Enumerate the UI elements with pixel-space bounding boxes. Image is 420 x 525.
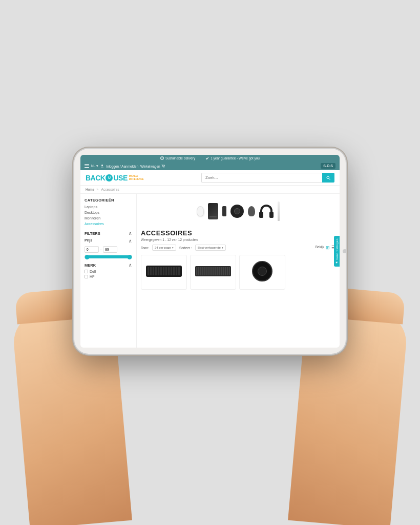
product-img-keyboard1 [145, 258, 183, 284]
top-bar: Sustainable delivery 1 year guarantee - … [80, 155, 340, 161]
svg-line-5 [329, 178, 330, 179]
breadcrumb: Home » Accessoires [80, 186, 340, 194]
product-grid [141, 255, 335, 290]
grid-controls: Toon: 24 per page ▾ Sorteer : Best verko… [141, 245, 335, 251]
header: BACK U USE MAKE ADIFFERENCE [80, 170, 340, 186]
hdd-shape [208, 203, 218, 219]
keyboard-shape-2 [195, 266, 231, 276]
products-count: Weergegeven 1 - 12 van 12 producten [141, 238, 335, 241]
checkbox-hp-box[interactable] [85, 275, 88, 278]
hero-stylus [278, 201, 280, 221]
product-img-keyboard2 [194, 258, 233, 284]
sort-select[interactable]: Best verkopende ▾ [195, 245, 226, 251]
checkbox-dell-label: Dell [90, 270, 96, 273]
filters-section: FILTERS ∧ Prijs ∧ - [85, 231, 132, 278]
merk-title: Merk [85, 263, 96, 268]
filters-toggle[interactable]: ∧ [129, 231, 132, 236]
sidebar: CATEGORIEËN Laptops Desktops Monitoren A… [80, 194, 137, 348]
price-inputs: - [85, 246, 132, 253]
price-filter-header: Prijs ∧ [85, 238, 132, 244]
stylus-shape [278, 201, 280, 221]
earbud-shape [197, 206, 204, 216]
view-label: Bekijk [316, 245, 324, 250]
hero-speaker [230, 205, 244, 218]
cart-link[interactable]: Winkelwagen [140, 164, 164, 168]
logo-tagline: MAKE ADIFFERENCE [129, 175, 144, 180]
sidebar-item-desktops[interactable]: Desktops [85, 211, 132, 214]
hero-hdd [208, 203, 218, 219]
logo[interactable]: BACK U USE MAKE ADIFFERENCE [86, 174, 144, 182]
svg-point-2 [162, 167, 163, 167]
range-fill [87, 255, 130, 258]
price-toggle[interactable]: ∧ [129, 238, 132, 244]
search-button[interactable] [322, 173, 334, 183]
price-filter: Prijs ∧ - [85, 238, 132, 258]
hamburger-menu[interactable] [85, 164, 89, 168]
price-label: Prijs [85, 238, 92, 242]
hero-earbud [197, 206, 204, 216]
logo-use: USE [113, 174, 127, 182]
product-card-keyboard2[interactable] [190, 255, 236, 290]
price-min-input[interactable] [85, 246, 99, 253]
nav-left: NL ▾ Inloggen / Aanmelden Winkelwagen [85, 164, 165, 168]
language-selector[interactable]: NL ▾ [91, 164, 98, 168]
svg-point-1 [101, 165, 103, 166]
checkbox-hp[interactable]: HP [85, 275, 132, 278]
nav-bar: NL ▾ Inloggen / Aanmelden Winkelwagen S.… [80, 161, 340, 170]
show-select[interactable]: 24 per page ▾ [152, 245, 176, 251]
search-bar [201, 173, 334, 183]
checkbox-dell[interactable]: Dell [85, 270, 132, 273]
merk-toggle[interactable]: ∧ [129, 262, 132, 268]
sidebar-item-laptops[interactable]: Laptops [85, 205, 132, 209]
breadcrumb-home[interactable]: Home [86, 188, 94, 191]
sidebar-item-accessoires[interactable]: Accessoires [85, 222, 132, 226]
grid-view-icon[interactable]: ⊞ [326, 245, 330, 250]
product-img-jabra [243, 258, 282, 284]
headphones-shape [259, 205, 274, 218]
merk-section: Merk ∧ Dell HP [85, 262, 132, 278]
breadcrumb-current: Accessoires [101, 188, 119, 191]
tablet: ★ beoordelingen Sustainable delivery 1 y… [74, 149, 346, 354]
keyboard-shape-1 [146, 266, 182, 277]
checkbox-dell-box[interactable] [85, 270, 88, 273]
sustainable-label: Sustainable delivery [160, 156, 195, 160]
filters-header: FILTERS ∧ [85, 231, 132, 236]
hero-strip [141, 197, 335, 225]
show-label: Toon: [141, 246, 149, 250]
svg-point-3 [163, 167, 164, 167]
product-card-jabra[interactable] [239, 255, 285, 290]
sidebar-item-monitoren[interactable]: Monitoren [85, 216, 132, 220]
logo-circle: U [106, 174, 113, 181]
product-content: ACCESSOIRES Weergegeven 1 - 12 van 12 pr… [137, 194, 340, 348]
guarantee-label: 1 year guarantee - We've got you [205, 156, 260, 160]
page-title: ACCESSOIRES [141, 229, 335, 237]
scene: ★ beoordelingen Sustainable delivery 1 y… [0, 0, 420, 525]
sort-label: Sorteer : [179, 246, 192, 250]
range-handle-right[interactable] [128, 255, 132, 259]
filters-title: FILTERS [85, 231, 100, 236]
beoordelingen-label: ★ beoordelingen [335, 238, 339, 264]
range-slider[interactable] [85, 255, 132, 258]
main-content: CATEGORIEËN Laptops Desktops Monitoren A… [80, 194, 340, 348]
logo-back: BACK [86, 174, 105, 182]
sos-button[interactable]: S.O.S [321, 163, 335, 169]
view-icons: Bekijk ⊞ ☰ [316, 245, 335, 250]
merk-header: Merk ∧ [85, 262, 132, 268]
checkbox-hp-label: HP [90, 275, 95, 278]
hero-usb [222, 206, 226, 216]
categories-title: CATEGORIEËN [85, 198, 132, 203]
range-handle-left[interactable] [85, 255, 89, 259]
beoordelingen-tab[interactable]: ★ beoordelingen [334, 236, 340, 267]
product-card-keyboard1[interactable] [141, 255, 187, 290]
hero-headphones [259, 205, 274, 218]
speaker-shape [230, 205, 244, 218]
mouse-shape [248, 206, 255, 216]
login-link[interactable]: Inloggen / Aanmelden [100, 164, 138, 168]
search-input[interactable] [201, 173, 322, 183]
jabra-shape [252, 261, 272, 281]
price-max-input[interactable] [103, 246, 117, 253]
hero-mouse [248, 206, 255, 216]
screen: ★ beoordelingen Sustainable delivery 1 y… [80, 155, 340, 348]
usb-shape [222, 206, 226, 216]
